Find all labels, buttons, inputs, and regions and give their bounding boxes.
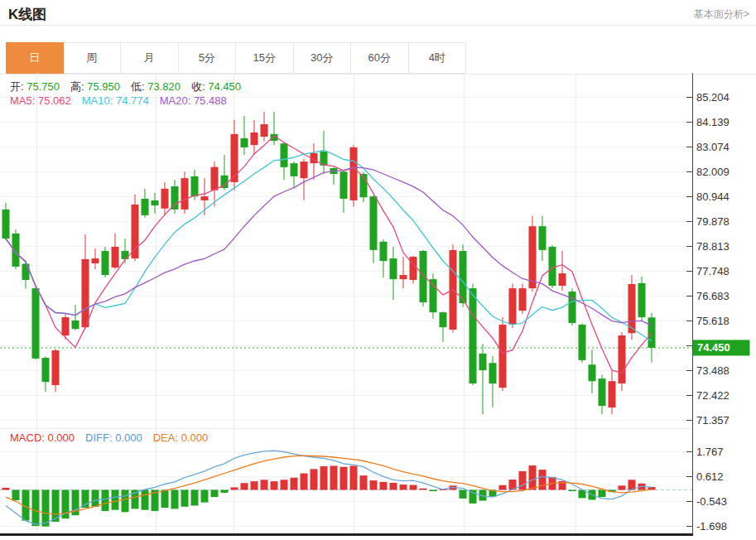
macd-bar [12,490,20,500]
macd-bar [340,467,348,490]
candle-body [92,258,99,263]
macd-bar [251,481,258,489]
candles [2,112,656,414]
macd-bar [2,488,10,490]
current-price-badge: 74.450 [693,340,750,355]
macd-bar [400,485,407,489]
macd-bar [350,465,358,489]
axes: 85.20484.13983.07482.00980.94479.87878.8… [0,73,730,535]
legend-item: MA10: 74.774 [82,94,149,107]
macd-bar [380,482,388,490]
candle-body [440,312,447,327]
macd-bar [370,480,378,489]
candle-body [499,325,507,388]
macd-bar [112,490,119,510]
y-axis-label: 83.074 [696,141,730,153]
candle-body [529,226,537,288]
candle-body [281,143,288,167]
macd-legend: MACD: 0.000DIFF: 0.000DEA: 0.000 [10,432,208,444]
macd-bar [161,490,169,509]
candle-body [579,325,586,360]
candle-body [142,199,149,215]
macd-bar [231,487,238,489]
candle-body [122,251,129,259]
macd-bar [529,465,537,490]
legend-item: 开: 75.750 [10,80,60,94]
macd-bar [241,483,248,489]
candle-body [32,288,40,359]
candle-body [132,205,139,258]
macd-bar [420,489,427,490]
y-axis-label: 71.357 [696,414,730,427]
candle-body [171,186,179,210]
candle-body [52,350,60,385]
candle-body [519,288,527,311]
candle-body [350,147,358,200]
macd-bar [191,490,199,506]
y-axis-label: 1.767 [696,446,724,458]
y-axis-label: 77.748 [696,265,730,277]
macd-bar [181,490,189,507]
y-axis-label: 72.422 [696,389,730,402]
candle-body [460,251,467,303]
legend-item: 高: 75.950 [70,80,120,94]
candle-body [479,354,487,370]
candle-body [400,275,407,279]
candle-body [62,317,70,335]
legend-item: MA20: 75.488 [160,94,227,107]
legend-item: 收: 74.450 [191,80,241,94]
legend-item: MACD: 0.000 [10,432,75,444]
legend-item: MA5: 75.062 [10,94,71,107]
macd-bar [311,469,318,489]
candle-body [291,163,298,176]
candle-body [559,273,566,286]
candle-body [638,283,646,317]
y-axis-label: 82.009 [696,166,730,178]
macd-bar [171,490,179,509]
svg-text:74.450: 74.450 [697,341,730,354]
macd-bar [569,490,576,492]
candle-body [390,258,397,279]
macd-bar [142,490,149,510]
candle-body [589,364,596,381]
macd-bar [122,490,129,513]
candle-body [2,210,10,239]
macd-bar [410,485,417,490]
candle-body [569,292,576,323]
candle-body [201,196,209,200]
candle-body [241,138,248,147]
macd-bar [460,490,467,499]
legend-item: DEA: 0.000 [153,432,209,444]
macd-bar [211,490,219,498]
candle-body [539,226,547,250]
macd-bar [271,481,278,489]
macd-bar [291,478,298,490]
ma20-line [6,167,652,325]
macd-bar [619,485,626,489]
macd-bar [221,490,229,493]
candle-body [42,358,50,382]
candle-body [509,288,517,325]
macd-bar [360,475,368,489]
macd-bar [519,471,527,490]
candle-body [261,124,268,137]
candle-body [82,259,89,327]
macd-bar [261,480,268,489]
y-axis-label: 80.944 [696,190,730,203]
candle-body [191,176,199,196]
candle-body [489,363,497,383]
macd-bar [499,485,507,490]
kline-page: K线图 基本面分析> 日周月5分15分30分60分4时 85.20484.139… [0,0,756,540]
macd-bar [390,483,397,490]
candle-body [340,171,348,199]
candle-body [380,242,388,261]
ohlc-legend: 开: 75.750高: 75.950低: 73.820收: 74.450 [10,80,241,94]
macd-bar [42,490,50,527]
candle-body [152,200,159,205]
y-axis-label: 78.813 [696,240,730,253]
candle-body [112,247,119,268]
candle-body [12,234,20,267]
gridlines [0,73,692,534]
y-axis-label: 79.878 [696,215,730,228]
candle-body [619,335,626,383]
